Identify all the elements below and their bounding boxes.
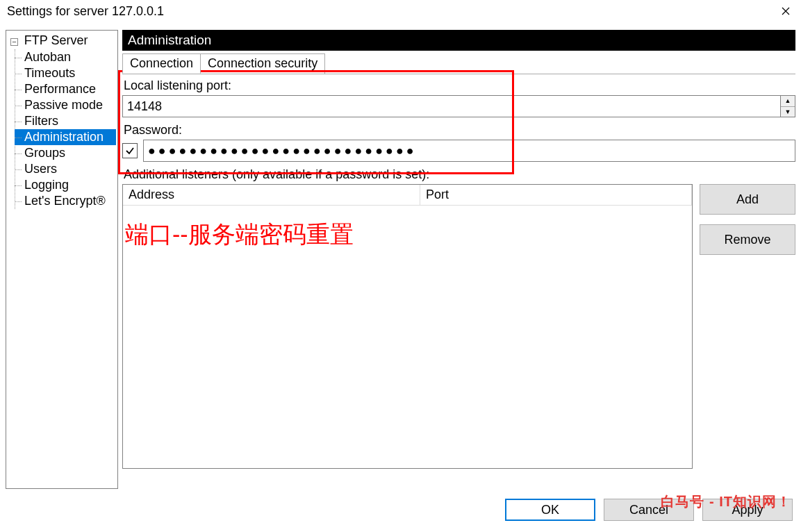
listeners-label: Additional listeners (only available if … bbox=[124, 167, 795, 182]
tree-item-label: Filters bbox=[24, 114, 58, 128]
tree-item-label: Autoban bbox=[24, 50, 71, 64]
tree-item-performance[interactable]: Performance bbox=[15, 81, 116, 97]
check-icon bbox=[125, 146, 135, 156]
remove-listener-button[interactable]: Remove bbox=[700, 224, 795, 255]
close-button[interactable] bbox=[775, 0, 797, 22]
listeners-table[interactable]: Address Port bbox=[122, 184, 693, 469]
add-listener-button[interactable]: Add bbox=[700, 184, 795, 215]
tree-item-label: Let's Encrypt® bbox=[24, 194, 106, 208]
tree-item-users[interactable]: Users bbox=[15, 161, 116, 177]
tree-item-logging[interactable]: Logging bbox=[15, 177, 116, 193]
port-input[interactable] bbox=[122, 95, 781, 117]
window-title: Settings for server 127.0.0.1 bbox=[7, 4, 164, 19]
tree-item-label: Administration bbox=[24, 130, 104, 144]
tree-item-label: Groups bbox=[24, 146, 65, 160]
port-spin-up[interactable]: ▲ bbox=[781, 96, 795, 107]
tree-item-passive-mode[interactable]: Passive mode bbox=[15, 97, 116, 113]
settings-tree[interactable]: − FTP Server AutobanTimeoutsPerformanceP… bbox=[6, 30, 118, 489]
tree-collapse-icon[interactable]: − bbox=[10, 38, 18, 46]
port-label: Local listening port: bbox=[124, 78, 795, 93]
tree-item-filters[interactable]: Filters bbox=[15, 113, 116, 129]
tree-root[interactable]: − FTP Server bbox=[8, 33, 116, 48]
tree-item-timeouts[interactable]: Timeouts bbox=[15, 65, 116, 81]
password-enable-checkbox[interactable] bbox=[122, 143, 138, 158]
ok-button[interactable]: OK bbox=[505, 499, 595, 521]
tree-item-label: Logging bbox=[24, 178, 69, 192]
tab-connection[interactable]: Connection bbox=[122, 53, 201, 74]
apply-button[interactable]: Apply bbox=[702, 499, 793, 521]
tree-item-autoban[interactable]: Autoban bbox=[15, 49, 116, 65]
listeners-col-port[interactable]: Port bbox=[420, 185, 692, 206]
tree-item-label: Passive mode bbox=[24, 98, 103, 112]
tree-item-administration[interactable]: Administration bbox=[15, 129, 116, 145]
password-label: Password: bbox=[124, 123, 795, 138]
tree-item-label: Performance bbox=[24, 82, 96, 96]
tree-item-let-s-encrypt-[interactable]: Let's Encrypt® bbox=[15, 193, 116, 209]
listeners-col-address[interactable]: Address bbox=[123, 185, 420, 206]
section-header: Administration bbox=[122, 30, 795, 51]
tab-connection-security[interactable]: Connection security bbox=[200, 53, 325, 74]
password-input[interactable] bbox=[143, 140, 795, 162]
port-spin-down[interactable]: ▼ bbox=[781, 107, 795, 117]
tree-item-label: Timeouts bbox=[24, 66, 75, 80]
port-spinner: ▲ ▼ bbox=[781, 95, 795, 117]
tree-item-groups[interactable]: Groups bbox=[15, 145, 116, 161]
titlebar: Settings for server 127.0.0.1 bbox=[0, 0, 801, 22]
close-icon bbox=[782, 7, 790, 15]
tree-item-label: Users bbox=[24, 162, 57, 176]
cancel-button[interactable]: Cancel bbox=[604, 499, 694, 521]
tree-root-label: FTP Server bbox=[24, 33, 88, 47]
